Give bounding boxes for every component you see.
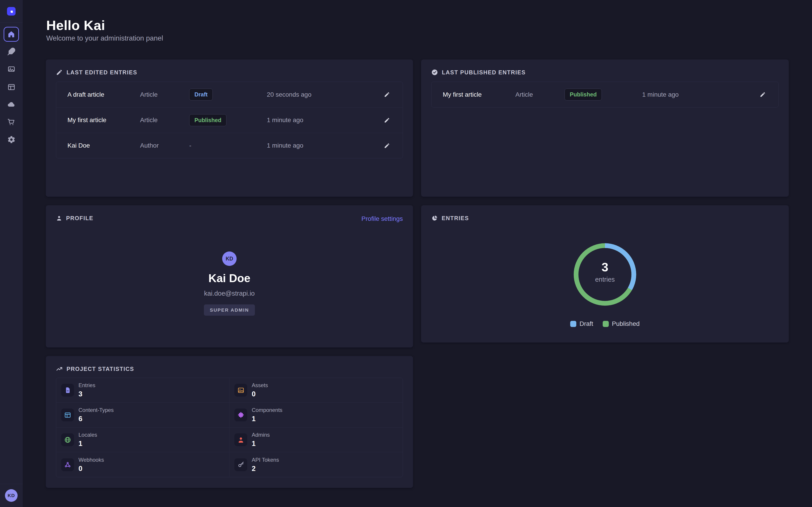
draft-swatch xyxy=(570,321,576,327)
entry-time: 1 minute ago xyxy=(267,116,371,124)
stat-components: Components 1 xyxy=(230,403,403,428)
stat-label: Admins xyxy=(252,432,270,438)
project-statistics-header: PROJECT STATISTICS xyxy=(56,365,134,373)
status-badge: Published xyxy=(189,114,226,126)
strapi-logo-glyph xyxy=(8,8,14,14)
entry-type: Author xyxy=(140,142,189,149)
person-icon xyxy=(56,215,62,221)
trending-up-icon xyxy=(56,365,63,372)
stat-entries: Entries 3 xyxy=(56,378,230,403)
stat-label: Content-Types xyxy=(79,407,114,413)
layout-icon xyxy=(61,408,74,421)
legend-label: Published xyxy=(612,320,640,327)
edit-entry-button[interactable] xyxy=(371,117,403,123)
project-statistics-table: Entries 3 Assets 0 Content-Types 6 Compo… xyxy=(56,378,403,477)
pie-chart-icon xyxy=(431,215,438,222)
entries-donut-chart: 3 entries xyxy=(569,238,641,311)
strapi-logo[interactable] xyxy=(7,7,15,15)
stat-label: Locales xyxy=(79,432,97,438)
table-row[interactable]: A draft article Article Draft 20 seconds… xyxy=(56,82,403,107)
sidebar-user-avatar[interactable]: KD xyxy=(5,489,17,502)
edit-entry-button[interactable] xyxy=(747,92,778,98)
image-icon xyxy=(234,384,247,397)
stat-content-types: Content-Types 6 xyxy=(56,403,230,428)
chart-legend: Draft Published xyxy=(421,320,789,327)
entry-name: A draft article xyxy=(56,91,140,98)
status-badge: Published xyxy=(565,89,602,101)
sidebar-item-content-manager[interactable] xyxy=(0,47,22,56)
entry-time: 20 seconds ago xyxy=(267,91,371,98)
entry-type: Article xyxy=(140,91,189,98)
stat-value: 1 xyxy=(252,415,283,423)
stat-admins: Admins 1 xyxy=(230,428,403,452)
entry-time: 1 minute ago xyxy=(267,142,371,149)
profile-email: kai.doe@strapi.io xyxy=(46,290,413,297)
panel-title: LAST EDITED ENTRIES xyxy=(66,69,137,76)
stat-assets: Assets 0 xyxy=(230,378,403,403)
stat-value: 3 xyxy=(79,390,95,398)
last-edited-entries-header: LAST EDITED ENTRIES xyxy=(56,68,137,76)
panel-title: PROFILE xyxy=(66,215,93,222)
legend-item-published: Published xyxy=(603,320,640,327)
project-statistics-panel: PROJECT STATISTICS Entries 3 Assets 0 Co… xyxy=(46,356,413,488)
stat-value: 1 xyxy=(252,440,270,448)
profile-settings-link[interactable]: Profile settings xyxy=(361,215,403,222)
stat-value: 1 xyxy=(79,440,97,448)
globe-icon xyxy=(61,433,74,446)
layout-icon xyxy=(7,83,15,91)
table-row[interactable]: My first article Article Published 1 min… xyxy=(56,107,403,133)
pencil-icon xyxy=(384,117,390,123)
panel-title: PROJECT STATISTICS xyxy=(66,366,134,372)
stat-label: Assets xyxy=(252,382,268,389)
table-row[interactable]: My first article Article Published 1 min… xyxy=(432,82,778,107)
stat-value: 0 xyxy=(79,465,104,473)
check-circle-icon xyxy=(431,69,438,76)
entry-type: Article xyxy=(515,91,565,98)
profile-header: PROFILE xyxy=(56,214,93,222)
home-icon xyxy=(7,30,15,38)
legend-label: Draft xyxy=(579,320,593,327)
edit-entry-button[interactable] xyxy=(371,143,403,149)
sidebar: KD xyxy=(0,0,22,507)
puzzle-icon xyxy=(234,408,247,421)
feather-icon xyxy=(7,47,15,56)
stat-api-tokens: API Tokens 2 xyxy=(230,452,403,477)
sidebar-item-content-type-builder[interactable] xyxy=(0,82,22,92)
sidebar-divider xyxy=(0,22,22,23)
page-subtitle: Welcome to your administration panel xyxy=(46,34,163,42)
documents-icon xyxy=(61,384,74,397)
profile-name: Kai Doe xyxy=(46,272,413,285)
stat-value: 0 xyxy=(252,390,268,398)
profile-panel: PROFILE Profile settings KD Kai Doe kai.… xyxy=(46,205,413,347)
sidebar-item-settings[interactable] xyxy=(0,135,22,144)
published-swatch xyxy=(603,321,609,327)
pencil-icon xyxy=(384,143,390,149)
stat-label: API Tokens xyxy=(252,457,279,463)
edit-entry-button[interactable] xyxy=(371,92,403,98)
entry-name: My first article xyxy=(56,116,140,124)
role-badge: SUPER ADMIN xyxy=(204,304,255,316)
stat-locales: Locales 1 xyxy=(56,428,230,452)
sidebar-item-media-library[interactable] xyxy=(0,64,22,73)
status-badge: Draft xyxy=(189,89,213,101)
stat-label: Components xyxy=(252,407,283,413)
stat-webhooks: Webhooks 0 xyxy=(56,452,230,477)
entries-count: 3 xyxy=(569,260,641,274)
sidebar-item-marketplace[interactable] xyxy=(0,117,22,126)
sidebar-item-home[interactable] xyxy=(4,27,19,42)
last-edited-entries-panel: LAST EDITED ENTRIES A draft article Arti… xyxy=(46,59,413,197)
key-icon xyxy=(234,458,247,471)
images-icon xyxy=(7,65,15,73)
stat-value: 6 xyxy=(79,415,114,423)
webhook-icon xyxy=(61,458,74,471)
panel-title: ENTRIES xyxy=(442,215,469,222)
entry-time: 1 minute ago xyxy=(642,91,747,98)
table-row[interactable]: Kai Doe Author - 1 minute ago xyxy=(56,133,403,158)
entry-name: Kai Doe xyxy=(56,142,140,149)
gear-icon xyxy=(7,135,15,144)
stat-label: Webhooks xyxy=(79,457,104,463)
cloud-icon xyxy=(7,100,15,109)
cart-icon xyxy=(7,118,15,126)
profile-avatar: KD xyxy=(222,251,237,266)
sidebar-item-deploy[interactable] xyxy=(0,100,22,109)
